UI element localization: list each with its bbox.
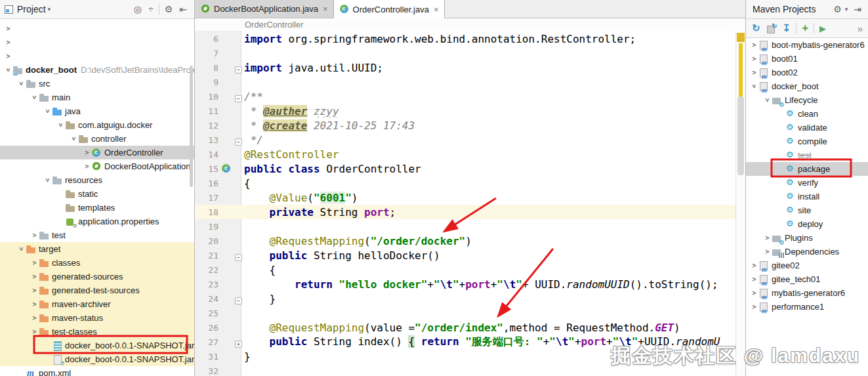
chevron-expanded-icon[interactable]: > (5, 66, 12, 74)
tree-row-collapsed[interactable]: > (0, 22, 194, 35)
maven-goal-package[interactable]: package (746, 162, 868, 176)
chevron-collapsed-icon[interactable]: > (750, 262, 758, 269)
tree-row-application-properties[interactable]: application.properties (0, 215, 194, 228)
warning-stripe-marker[interactable] (737, 33, 745, 42)
tree-row-java[interactable]: >java (0, 104, 194, 118)
code-line-13[interactable]: 13− */ (195, 133, 736, 147)
tree-row-snapshot-jar-original[interactable]: docker_boot-0.0.1-SNAPSHOT.jar.orig (0, 352, 194, 366)
chevron-collapsed-icon[interactable]: > (30, 259, 39, 266)
maven-goal-install[interactable]: install (746, 190, 868, 203)
code-line-22[interactable]: 22 { (195, 262, 736, 277)
collapse-all-icon[interactable]: ÷ (148, 4, 154, 14)
chevron-collapsed-icon[interactable]: > (83, 149, 91, 156)
maven-goal-verify[interactable]: verify (746, 176, 868, 190)
settings-gear-icon[interactable]: ⚙ (833, 4, 842, 14)
fold-collapse-icon[interactable]: − (233, 62, 244, 74)
code-line-26[interactable]: 26 @RequestMapping(value ="/order/index"… (195, 320, 736, 335)
scrollbar-thumb[interactable] (737, 96, 744, 175)
chevron-collapsed-icon[interactable]: > (750, 289, 758, 297)
project-scrollbar[interactable] (190, 66, 193, 187)
code-line-24[interactable]: 24− } (195, 291, 736, 306)
code-line-10[interactable]: 10−/** (195, 89, 736, 104)
tab-dockerbootapplication[interactable]: DockerBootApplication.java × (195, 0, 334, 18)
tree-row-collapsed[interactable]: > (0, 35, 194, 49)
tree-row-package[interactable]: >com.atguigu.docker (0, 118, 194, 132)
chevron-expanded-icon[interactable]: > (44, 176, 51, 184)
maven-row-plugins[interactable]: >Plugins (746, 231, 868, 245)
tree-row-static[interactable]: static (0, 187, 194, 201)
project-panel-title[interactable]: Project (17, 4, 46, 14)
chevron-collapsed-icon[interactable]: > (30, 314, 39, 322)
maven-row-boot01[interactable]: >boot01 (746, 52, 868, 66)
tree-row-generated-sources[interactable]: >generated-sources (0, 270, 194, 283)
chevron-down-icon[interactable]: ▾ (48, 6, 51, 12)
chevron-collapsed-icon[interactable]: > (30, 273, 39, 280)
maven-row-boot-mybatis-generator6[interactable]: >boot-mybatis-generator6 (746, 38, 868, 52)
editor-scrollbar[interactable] (735, 31, 745, 376)
code-line-20[interactable]: 20 @RequestMapping("/order/docker") (195, 234, 736, 248)
tree-row-maven-archiver[interactable]: >maven-archiver (0, 297, 194, 311)
maven-row-dependencies[interactable]: >Dependencies (746, 245, 868, 259)
maven-goal-site[interactable]: site (746, 203, 868, 217)
settings-gear-icon[interactable]: ⚙ (165, 4, 173, 14)
tree-row-src[interactable]: >src (0, 77, 194, 91)
fold-collapse-icon[interactable]: − (233, 249, 244, 262)
chevron-collapsed-icon[interactable]: > (4, 25, 12, 32)
maven-goal-test[interactable]: test (746, 148, 868, 162)
maven-row-gitee02[interactable]: >gitee02 (746, 259, 868, 272)
maven-row-gitee-tech01[interactable]: >gitee_tech01 (746, 272, 868, 286)
tree-row-classes[interactable]: >classes (0, 256, 194, 270)
chevron-expanded-icon[interactable]: > (764, 96, 771, 104)
tree-row-generated-test-sources[interactable]: >generated-test-sources (0, 283, 194, 297)
tree-row-test[interactable]: >test (0, 228, 194, 242)
close-icon[interactable]: × (323, 4, 328, 14)
code-line-16[interactable]: 16{ (195, 176, 736, 190)
code-line-9[interactable]: 9 (195, 75, 736, 89)
chevron-expanded-icon[interactable]: > (31, 93, 38, 102)
code-line-12[interactable]: 12 * @create 2021-10-25 17:43 (195, 118, 736, 133)
chevron-collapsed-icon[interactable]: > (763, 248, 772, 255)
chevron-collapsed-icon[interactable]: > (763, 234, 772, 241)
code-line-6[interactable]: 6import org.springframework.web.bind.ann… (195, 31, 736, 46)
tab-ordercontroller[interactable]: OrderController.java × (334, 0, 445, 18)
chevron-collapsed-icon[interactable]: > (30, 328, 39, 335)
chevron-collapsed-icon[interactable]: > (30, 287, 39, 294)
code-line-15[interactable]: 15public class OrderController (195, 161, 736, 176)
locate-file-icon[interactable]: ◎ (134, 4, 142, 14)
chevron-collapsed-icon[interactable]: > (750, 69, 758, 76)
maven-goal-compile[interactable]: compile (746, 135, 868, 148)
breadcrumb[interactable]: OrderController (195, 18, 745, 31)
fold-collapse-icon[interactable]: − (233, 134, 244, 146)
maven-row-performance1[interactable]: >performance1 (746, 300, 868, 314)
code-line-19[interactable]: 19 (195, 219, 736, 234)
tree-row-controller[interactable]: >controller (0, 132, 194, 146)
code-line-7[interactable]: 7 (195, 46, 736, 60)
tree-row-docker-boot-root[interactable]: >docker_bootD:\devSoft\JetBrains\IdeaPro… (0, 63, 194, 77)
maven-goal-deploy[interactable]: deploy (746, 217, 868, 231)
maven-row-boot02[interactable]: >boot02 (746, 66, 868, 79)
tree-row-resources[interactable]: >resources (0, 173, 194, 187)
chevron-collapsed-icon[interactable]: > (4, 52, 12, 60)
code-line-11[interactable]: 11 * @auther zzyy (195, 104, 736, 118)
code-line-18[interactable]: 18 private String port; (195, 205, 736, 219)
chevron-collapsed-icon[interactable]: > (750, 303, 758, 310)
fold-collapse-icon[interactable]: − (233, 293, 244, 305)
chevron-expanded-icon[interactable]: > (44, 107, 51, 115)
chevron-collapsed-icon[interactable]: > (750, 55, 758, 62)
maven-row-docker-boot[interactable]: >docker_boot (746, 79, 868, 93)
chevron-collapsed-icon[interactable]: > (83, 163, 91, 170)
code-line-23[interactable]: 23 return "hello docker"+"\t"+port+"\t"+… (195, 277, 736, 291)
chevron-collapsed-icon[interactable]: > (4, 39, 12, 46)
generate-sources-icon[interactable] (767, 24, 776, 33)
chevron-collapsed-icon[interactable]: > (30, 232, 39, 239)
chevron-expanded-icon[interactable]: > (18, 79, 25, 88)
hide-panel-icon[interactable]: ⇥ (854, 4, 861, 14)
tree-row-main[interactable]: >main (0, 91, 194, 104)
tree-row-dockerbootapplication[interactable]: >DockerBootApplication (0, 159, 194, 173)
code-line-14[interactable]: 14@RestController (195, 147, 736, 161)
tree-row-collapsed[interactable]: > (0, 49, 194, 63)
chevron-collapsed-icon[interactable]: > (750, 276, 758, 283)
chevron-expanded-icon[interactable]: > (18, 245, 25, 253)
chevron-expanded-icon[interactable]: > (70, 135, 77, 143)
tree-row-target[interactable]: >target (0, 242, 194, 256)
